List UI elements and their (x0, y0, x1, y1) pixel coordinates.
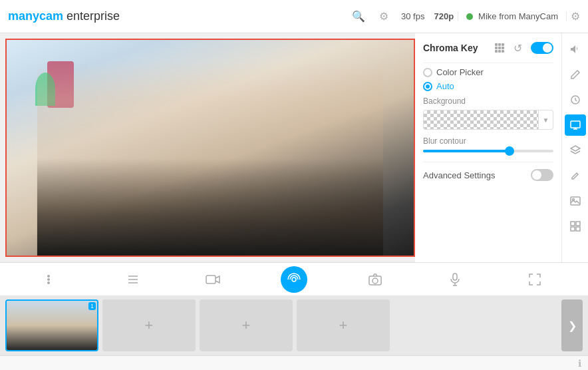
chroma-title: Chroma Key (423, 43, 495, 53)
thumbnail-1[interactable]: 1 (5, 299, 98, 351)
svg-point-17 (372, 278, 378, 283)
toolbar-broadcast[interactable] (281, 266, 307, 293)
thumbnail-strip: 1 + + + ❯ (0, 295, 588, 355)
advanced-settings-toggle[interactable] (531, 169, 553, 181)
svg-rect-1 (571, 121, 580, 128)
side-icon-screen[interactable] (565, 114, 586, 136)
chroma-toggle[interactable] (531, 42, 553, 54)
settings-icon-top[interactable]: ⚙ (571, 10, 580, 23)
auto-label: Auto (436, 81, 454, 91)
reset-icon[interactable]: ↺ (510, 40, 525, 56)
effects-icon[interactable]: ⚙ (376, 9, 392, 25)
add-tile-3[interactable]: + (297, 299, 390, 351)
add-tile-2[interactable]: + (200, 299, 293, 351)
advanced-section: Advanced Settings (423, 162, 553, 181)
blur-contour-label: Blur contour (423, 136, 553, 146)
side-icons-bar (561, 33, 588, 262)
svg-rect-7 (576, 227, 580, 231)
svg-rect-5 (576, 222, 580, 226)
bottom-toolbar (0, 262, 588, 295)
blur-slider-track[interactable] (423, 150, 553, 152)
fps-display: 30 fps (401, 11, 424, 21)
toolbar-menu[interactable] (41, 268, 65, 291)
advanced-settings-label: Advanced Settings (423, 170, 531, 180)
color-picker-label: Color Picker (436, 67, 484, 77)
side-icon-image[interactable] (565, 190, 586, 212)
svg-rect-6 (571, 227, 575, 231)
auto-option[interactable]: Auto (423, 81, 553, 91)
color-picker-radio[interactable] (423, 68, 432, 77)
toolbar-fullscreen[interactable] (523, 268, 547, 291)
side-icon-pen[interactable] (565, 64, 586, 85)
svg-rect-18 (453, 274, 457, 280)
side-icon-layers[interactable] (565, 140, 586, 161)
side-icon-grid[interactable] (565, 216, 586, 237)
auto-radio[interactable] (423, 82, 432, 91)
toolbar-list[interactable] (121, 268, 145, 291)
checkerboard-preview (424, 110, 538, 129)
user-status-dot (466, 13, 473, 20)
blur-slider-fill (423, 150, 508, 152)
top-bar: manycam enterprise 🔍 ⚙ 30 fps 720p Mike … (0, 0, 588, 33)
background-dropdown[interactable]: ▼ (423, 110, 553, 130)
user-area: Mike from ManyCam (458, 11, 567, 21)
add-tile-1[interactable]: + (102, 299, 196, 351)
info-icon[interactable]: ℹ (578, 358, 581, 369)
resolution-display: 720p (434, 11, 454, 21)
side-icon-clock[interactable] (565, 89, 586, 110)
more-thumbnails-btn[interactable]: ❯ (561, 299, 583, 351)
color-picker-option[interactable]: Color Picker (423, 67, 553, 77)
app-logo: manycam enterprise (8, 9, 120, 23)
svg-point-8 (47, 275, 50, 278)
toolbar-snapshot[interactable] (363, 268, 387, 291)
video-area (5, 39, 415, 257)
side-icon-volume[interactable] (565, 39, 586, 60)
user-name: Mike from ManyCam (478, 11, 558, 21)
video-placeholder (7, 40, 414, 256)
main-content: Chroma Key ↺ Color P (0, 33, 588, 262)
background-label: Background (423, 96, 553, 106)
right-panel: Chroma Key ↺ Color P (415, 33, 561, 262)
top-icons: 🔍 ⚙ 30 fps 720p (351, 9, 454, 25)
chroma-icons: ↺ (495, 40, 553, 56)
divider-1 (423, 63, 553, 63)
logo-brand: manycam (8, 9, 63, 23)
bottom-info-bar: ℹ (0, 355, 588, 370)
toolbar-camera[interactable] (201, 268, 225, 291)
svg-point-9 (47, 278, 50, 281)
thumbnail-1-img (7, 301, 97, 350)
svg-point-10 (47, 281, 50, 284)
thumbnail-badge: 1 (88, 302, 96, 310)
chroma-header: Chroma Key ↺ (423, 40, 553, 56)
blur-section: Blur contour (423, 136, 553, 152)
svg-rect-14 (206, 276, 216, 283)
toolbar-mic[interactable] (443, 268, 467, 291)
side-icon-pencil2[interactable] (565, 165, 586, 186)
dropdown-arrow[interactable]: ▼ (538, 110, 553, 129)
blur-slider-thumb[interactable] (505, 146, 514, 156)
zoom-icon[interactable]: 🔍 (351, 9, 367, 25)
logo-suffix: enterprise (63, 9, 120, 23)
svg-point-15 (292, 278, 296, 281)
chroma-panel: Chroma Key ↺ Color P (415, 33, 561, 262)
svg-rect-4 (571, 222, 575, 226)
grid-icon[interactable] (495, 43, 504, 53)
blur-slider-container (423, 150, 553, 152)
